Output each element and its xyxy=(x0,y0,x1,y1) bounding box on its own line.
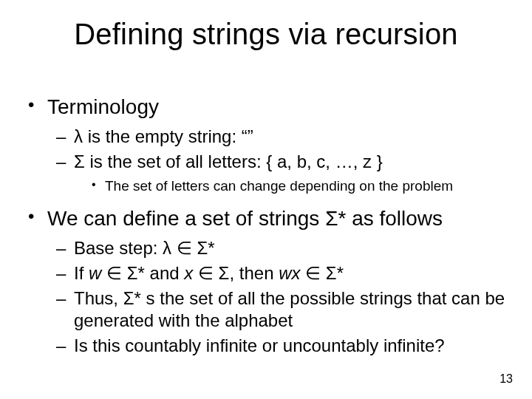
sigma-sym: Σ xyxy=(123,288,134,308)
text: * as follows xyxy=(338,207,443,230)
sigma-sym: Σ xyxy=(74,151,85,171)
elem-sym: ∈ xyxy=(101,263,126,283)
slide-body: Terminology λ is the empty string: “” Σ … xyxy=(27,95,507,360)
text: Base step: xyxy=(74,238,163,258)
elem-sym: ∈ xyxy=(193,263,218,283)
var-wx: wx xyxy=(279,263,300,283)
elem-sym: ∈ xyxy=(301,263,326,283)
text: If xyxy=(74,263,89,283)
text: * xyxy=(208,238,214,258)
text: We can define a set of strings xyxy=(47,207,325,230)
text: Is this countably infinite or uncountabl… xyxy=(74,335,445,355)
text: * s the set of all the possible strings … xyxy=(74,288,505,330)
lambda-sym: λ xyxy=(163,238,171,258)
sigma-sym: Σ xyxy=(219,263,230,283)
slide-title: Defining strings via recursion xyxy=(0,18,532,51)
text: is the set of all letters: { a, b, c, …,… xyxy=(85,151,383,171)
lambda-sym: λ xyxy=(74,126,83,146)
page-number: 13 xyxy=(499,372,513,386)
elem-sym: ∈ xyxy=(171,238,197,258)
sigma-sym: Σ xyxy=(325,207,338,230)
sub-sigma-letters: Σ is the set of all letters: { a, b, c, … xyxy=(56,151,507,195)
sub-base-step: Base step: λ ∈ Σ* xyxy=(56,237,507,259)
sigma-sym: Σ xyxy=(127,263,138,283)
bullet-define-set: We can define a set of strings Σ* as fol… xyxy=(27,206,507,357)
var-w: w xyxy=(89,263,101,283)
note-letters-change: The set of letters can change depending … xyxy=(92,177,507,195)
text: Thus, xyxy=(74,288,123,308)
sub-lambda-empty: λ is the empty string: “” xyxy=(56,126,507,148)
text: The set of letters can change depending … xyxy=(105,178,453,194)
slide: Defining strings via recursion Terminolo… xyxy=(0,0,532,399)
var-x: x xyxy=(184,263,193,283)
bullet-terminology: Terminology λ is the empty string: “” Σ … xyxy=(27,95,507,203)
sub-question: Is this countably infinite or uncountabl… xyxy=(56,335,507,357)
sub-inductive-step: If w ∈ Σ* and x ∈ Σ, then wx ∈ Σ* xyxy=(56,262,507,284)
sigma-sym: Σ xyxy=(197,238,208,258)
text: Terminology xyxy=(47,95,159,118)
text: * and xyxy=(138,263,185,283)
text: , then xyxy=(229,263,279,283)
text: * xyxy=(337,263,344,283)
sub-thus: Thus, Σ* s the set of all the possible s… xyxy=(56,287,507,332)
text: is the empty string: “” xyxy=(83,126,253,146)
sigma-sym: Σ xyxy=(326,263,337,283)
